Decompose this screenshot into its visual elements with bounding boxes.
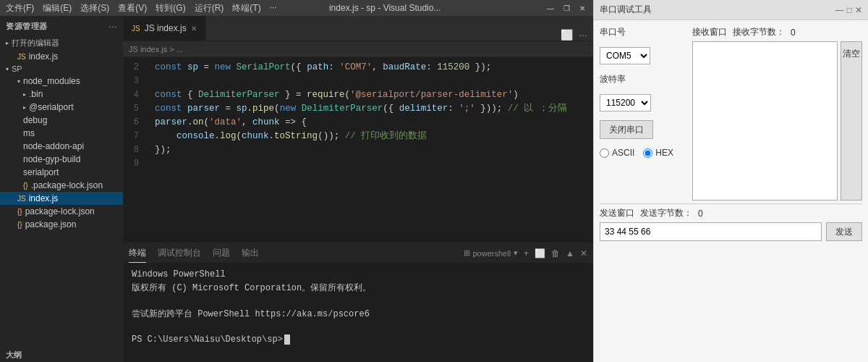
minimize-button[interactable]: —	[545, 3, 556, 13]
serial-tool-close-btn[interactable]: ✕	[855, 5, 862, 15]
breadcrumb-bar: JS index.js > ...	[123, 41, 593, 57]
outline-label: 大纲	[0, 348, 123, 362]
sidebar-more-icon[interactable]: ···	[109, 20, 117, 32]
serial-tool-body: 串口号 COM5 COM6 COM7 波特率 9600 115200	[594, 20, 868, 362]
receive-textarea[interactable]	[692, 41, 838, 201]
sidebar-sp-section[interactable]: ▾ SP	[0, 63, 123, 75]
port-label: 串口号	[600, 26, 629, 38]
sidebar-item-label: ms	[23, 128, 35, 138]
send-input[interactable]	[600, 222, 822, 241]
close-terminal-icon[interactable]: ✕	[580, 248, 587, 258]
sidebar-item-node-modules[interactable]: ▾ node_modules	[0, 75, 123, 88]
tab-index-js[interactable]: JS JS index.js ✕	[123, 16, 206, 41]
line-num-9: 9	[123, 156, 143, 170]
sidebar-item-debug[interactable]: debug	[0, 114, 123, 127]
split-editor-icon[interactable]: ⬜	[561, 29, 573, 41]
port-select-row: COM5 COM6 COM7	[600, 47, 686, 64]
menu-goto[interactable]: 转到(G)	[156, 2, 185, 14]
code-line-8: });	[155, 143, 593, 156]
menu-edit[interactable]: 编辑(E)	[43, 2, 72, 14]
send-input-row: 发送	[600, 222, 862, 241]
serial-tool-title-bar: 串口调试工具 — □ ✕	[594, 0, 868, 20]
sidebar-item-ms[interactable]: ms	[0, 127, 123, 140]
delete-terminal-icon[interactable]: 🗑	[551, 248, 560, 258]
line-numbers: 2 3 4 5 6 7 8 9	[123, 57, 149, 243]
serial-tool-minimize-btn[interactable]: —	[835, 5, 844, 15]
baud-select[interactable]: 9600 115200	[600, 94, 651, 111]
debug-console-tab[interactable]: 调试控制台	[158, 244, 201, 262]
menu-terminal[interactable]: 终端(T)	[232, 2, 260, 14]
line-num-2: 2	[123, 60, 143, 74]
port-select[interactable]: COM5 COM6 COM7	[600, 47, 650, 64]
sidebar-item-node-addon-api[interactable]: node-addon-api	[0, 140, 123, 153]
sidebar-item-package-lock[interactable]: {} package-lock.json	[0, 205, 123, 218]
ascii-radio[interactable]	[600, 148, 609, 158]
sidebar-item-package-json[interactable]: {} package.json	[0, 218, 123, 231]
bottom-panel: 终端 调试控制台 问题 输出 ⊞ powershell ▾ + ⬜ 🗑 ▲	[123, 243, 593, 362]
terminal-shell-label: ⊞ powershell ▾	[464, 248, 519, 258]
send-section: 发送窗口 发送字节数： 0 发送	[600, 207, 862, 241]
hex-radio-label[interactable]: HEX	[643, 148, 673, 158]
terminal-line-6: PS C:\Users\Naisu\Desktop\sp>	[132, 333, 584, 346]
close-button[interactable]: ✕	[577, 3, 587, 13]
maximize-terminal-icon[interactable]: ▲	[566, 248, 574, 258]
sidebar-open-editors-section[interactable]: ▸ 打开的编辑器	[0, 36, 123, 50]
clear-button[interactable]: 清空	[841, 41, 862, 201]
port-label-row: 串口号	[600, 26, 686, 38]
send-button[interactable]: 发送	[826, 222, 862, 241]
code-lines[interactable]: const sp = new SerialPort({ path: 'COM7'…	[149, 57, 593, 243]
chevron-right-icon: ▸	[23, 91, 26, 98]
more-actions-icon[interactable]: ···	[579, 29, 587, 41]
terminal-line-3	[132, 294, 584, 307]
add-terminal-icon[interactable]: +	[524, 248, 529, 258]
json-icon2: {}	[17, 208, 22, 216]
serial-tool-maximize-btn[interactable]: □	[847, 5, 852, 15]
sidebar-item-index-js-open[interactable]: JS index.js	[0, 50, 123, 63]
editor-main: 资源管理器 ··· ▸ 打开的编辑器 JS index.js ▾ SP ▾ no…	[0, 16, 593, 362]
menu-select[interactable]: 选择(S)	[80, 2, 109, 14]
code-area[interactable]: 2 3 4 5 6 7 8 9 const sp = new SerialPor…	[123, 57, 593, 243]
chevron-down-icon[interactable]: ▾	[514, 248, 518, 258]
sidebar-item-package-lock-json2[interactable]: {} .package-lock.json	[0, 179, 123, 192]
sidebar-item-serialport[interactable]: serialport	[0, 166, 123, 179]
terminal-actions: ⊞ powershell ▾ + ⬜ 🗑 ▲ ✕	[464, 248, 588, 258]
json-icon: {}	[23, 182, 28, 190]
code-line-3	[155, 74, 593, 88]
window-title: index.js - sp - Visual Studio...	[329, 3, 441, 13]
menu-view[interactable]: 查看(V)	[118, 2, 147, 14]
terminal-line-4: 尝试新的跨平台 PowerShell https://aka.ms/pscore…	[132, 307, 584, 320]
sidebar-item-index-js[interactable]: JS index.js	[0, 192, 123, 205]
sidebar-item-node-gyp-build[interactable]: node-gyp-build	[0, 153, 123, 166]
tab-bar: JS JS index.js ✕ ⬜ ···	[123, 16, 593, 41]
ascii-radio-label[interactable]: ASCII	[600, 148, 634, 158]
hex-radio[interactable]	[643, 148, 652, 158]
json-icon3: {}	[17, 221, 22, 229]
sidebar-item-serialport-org[interactable]: ▸ @serialport	[0, 101, 123, 114]
menu-file[interactable]: 文件(F)	[6, 2, 34, 14]
code-line-9	[155, 156, 593, 170]
problems-tab[interactable]: 问题	[213, 244, 230, 262]
receive-window-label: 接收窗口	[692, 26, 727, 38]
sidebar-title: 资源管理器	[6, 21, 48, 32]
encoding-radio-group: ASCII HEX	[600, 148, 686, 158]
chevron-down-icon2: ▾	[6, 66, 9, 72]
sidebar-item-label: serialport	[23, 167, 59, 177]
code-line-4: const { DelimiterParser } = require('@se…	[155, 88, 593, 101]
split-terminal-icon[interactable]: ⬜	[535, 248, 545, 258]
line-num-4: 4	[123, 88, 143, 101]
receive-bytes-count: 0	[791, 28, 796, 38]
ascii-label: ASCII	[612, 148, 634, 158]
js-file-icon: JS	[17, 53, 26, 61]
shell-name: powershell	[473, 249, 511, 258]
close-port-button[interactable]: 关闭串口	[600, 120, 653, 139]
baud-label: 波特率	[600, 73, 629, 85]
tab-close-icon[interactable]: ✕	[191, 25, 197, 33]
terminal-cursor	[284, 334, 290, 345]
menu-more[interactable]: ···	[270, 2, 277, 14]
terminal-tab[interactable]: 终端	[129, 244, 146, 263]
breadcrumb: JS index.js > ...	[129, 45, 183, 54]
maximize-button[interactable]: ❐	[561, 3, 571, 13]
sidebar-item-bin[interactable]: ▸ .bin	[0, 88, 123, 101]
output-tab[interactable]: 输出	[242, 244, 259, 262]
menu-run[interactable]: 运行(R)	[195, 2, 224, 14]
